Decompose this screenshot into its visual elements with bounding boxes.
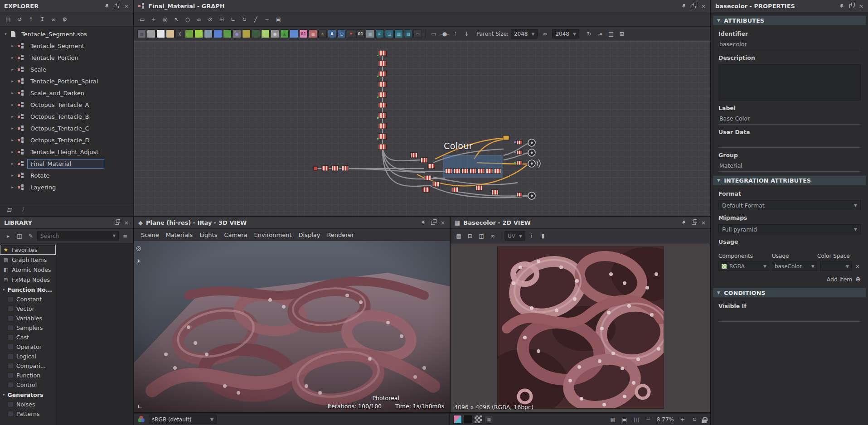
close-icon[interactable]: × — [858, 3, 864, 9]
sync-icon[interactable]: ↺ — [15, 14, 24, 24]
parent-size-height-select[interactable]: 2048▼ — [552, 29, 579, 39]
uv-grid2-icon[interactable]: ◫ — [385, 29, 393, 38]
mipmaps-select[interactable]: Full pyramid ▼ — [718, 224, 861, 234]
export-icon[interactable]: ↥ — [26, 14, 36, 24]
library-item[interactable]: Function — [0, 371, 56, 380]
preview-icon[interactable]: ◫ — [606, 29, 616, 39]
pin-icon[interactable] — [104, 3, 109, 9]
link-icon[interactable]: ∞ — [48, 14, 58, 24]
uniform-blue-icon[interactable] — [213, 29, 222, 38]
pink-01-icon[interactable]: 01 — [299, 29, 308, 38]
cursor-icon[interactable]: ↖ — [171, 14, 181, 24]
add-item-button[interactable]: Add Item ⊕ — [711, 271, 868, 285]
dock-icon[interactable] — [114, 219, 119, 226]
chevron-right-icon[interactable]: ▸ — [10, 185, 15, 189]
library-item[interactable]: Samplers — [0, 323, 56, 333]
explorer-tree-item[interactable]: ▸ Tentacle_Portion — [0, 52, 133, 63]
pattern-cross-icon[interactable]: ╳ — [175, 29, 184, 38]
explorer-tree-item[interactable]: ▸ Tentacle_Portion_Spiral — [0, 75, 133, 87]
orb-purple-icon[interactable]: ● — [233, 29, 241, 38]
uv-grid3-icon[interactable]: ▥ — [394, 29, 403, 38]
link-size-icon[interactable]: ∞ — [540, 29, 550, 39]
pencil-icon[interactable]: ╱ — [251, 14, 261, 24]
section-conditions[interactable]: ▼ CONDITIONS — [713, 288, 866, 298]
frame-blue-icon[interactable]: ▢ — [337, 29, 346, 38]
explorer-tree-item[interactable]: ▸ Tentacle_Segment — [0, 40, 133, 52]
chevron-right-icon[interactable]: ▸ — [10, 173, 15, 178]
identifier-input[interactable]: basecolor — [718, 40, 861, 50]
texture-image[interactable] — [498, 247, 664, 408]
chevron-right-icon[interactable]: ▸ — [10, 79, 15, 83]
usage-select[interactable]: baseColor ▼ — [772, 261, 817, 271]
binary-01-icon[interactable]: 01 — [356, 29, 365, 38]
pin-icon[interactable] — [681, 3, 686, 9]
library-category[interactable]: ★ Favorites — [0, 245, 56, 255]
menu-scene[interactable]: Scene — [138, 232, 162, 238]
import-icon[interactable]: ↧ — [37, 14, 47, 24]
pin-surface-icon[interactable]: ▣ — [620, 415, 630, 425]
link-cut-icon[interactable]: ⊘ — [205, 14, 215, 24]
chevron-right-icon[interactable]: ▸ — [10, 161, 15, 166]
chevron-right-icon[interactable]: ▸ — [10, 67, 15, 72]
search-icon[interactable]: ○ — [183, 14, 193, 24]
pin-icon[interactable] — [681, 219, 686, 226]
library-item[interactable]: Noises — [0, 400, 56, 409]
colorspace-select[interactable]: sRGB (default)▼ — [149, 415, 217, 424]
edit-icon[interactable]: ✎ — [26, 231, 36, 241]
graph-frame-label[interactable]: Colour — [444, 141, 473, 151]
components-select[interactable]: RGBA ▼ — [718, 261, 769, 271]
settings-icon[interactable]: ⚙ — [60, 14, 70, 24]
copy-view-icon[interactable]: ⊡ — [465, 231, 475, 241]
group-input[interactable]: Material — [718, 162, 861, 172]
menu-display[interactable]: Display — [296, 232, 324, 238]
library-item[interactable]: Patterns — [0, 409, 56, 419]
userdata-input[interactable] — [718, 139, 861, 148]
dock-icon[interactable] — [849, 3, 854, 9]
remove-usage-icon[interactable]: × — [854, 263, 861, 270]
library-group-generators[interactable]: ▾ Generators — [0, 390, 56, 400]
uniform-green-icon[interactable] — [223, 29, 232, 38]
uniform-lightgreen-icon[interactable] — [261, 29, 270, 38]
uniform-tan-icon[interactable] — [166, 29, 175, 38]
chevron-right-icon[interactable]: ▸ — [10, 91, 15, 95]
graph-canvas[interactable]: Colour — [134, 41, 710, 216]
info-icon[interactable]: i — [18, 205, 28, 215]
library-category[interactable]: ⊞ FxMap Nodes — [0, 275, 56, 285]
library-item[interactable]: Variables — [0, 314, 56, 323]
zoom-reset-icon[interactable]: ↻ — [689, 415, 699, 425]
close-icon[interactable]: × — [124, 219, 129, 226]
library-item[interactable]: Cast — [0, 333, 56, 342]
colorspace-select-row[interactable]: ▼ — [820, 261, 852, 271]
close-icon[interactable]: × — [701, 3, 706, 9]
view2d-canvas[interactable]: 4096 x 4096 (RGBA, 16bpc) — [451, 243, 710, 412]
more-icon[interactable]: ⋮ — [451, 29, 461, 39]
gradient-lime-icon[interactable] — [194, 29, 203, 38]
chevron-right-icon[interactable]: ▸ — [10, 126, 15, 130]
explorer-tree-item[interactable]: ▸ Rotate — [0, 169, 133, 181]
hline-icon[interactable]: ─ — [262, 14, 272, 24]
sphere-steel-icon[interactable] — [204, 29, 213, 38]
parent-size-width-select[interactable]: 2048▼ — [511, 29, 538, 39]
library-item[interactable]: Compari... — [0, 361, 56, 371]
checker-chip[interactable] — [474, 415, 483, 424]
layers-icon[interactable]: ◫ — [476, 231, 486, 241]
pin-down-icon[interactable]: ↓ — [461, 29, 471, 39]
library-results-area[interactable] — [56, 243, 133, 425]
dock-icon[interactable] — [430, 219, 436, 226]
dock-icon[interactable] — [691, 3, 696, 9]
grid-chip[interactable]: ▦ — [485, 415, 493, 424]
graph-list-icon[interactable]: ⊟ — [4, 205, 14, 215]
view3d-viewport[interactable]: ◎☀ Photoreal Iterations: 100/100 Time: 1… — [134, 241, 450, 412]
label-input[interactable]: Base Color — [718, 115, 861, 125]
close-icon[interactable]: × — [440, 219, 446, 226]
checker-icon[interactable]: ▦ — [366, 29, 374, 38]
uniform-blue2-icon[interactable] — [290, 29, 298, 38]
lock-zoom-icon[interactable] — [702, 416, 707, 423]
explorer-tree-item[interactable]: ▸ Scale — [0, 63, 133, 75]
zoom-out-icon[interactable]: − — [643, 415, 653, 425]
link-views-icon[interactable]: ∞ — [488, 231, 498, 241]
material-preview-chip[interactable] — [453, 415, 462, 424]
library-item[interactable]: Operator — [0, 342, 56, 352]
comment-icon[interactable]: ▭ — [413, 29, 422, 38]
chevron-down-icon[interactable]: ▾ — [3, 32, 8, 36]
